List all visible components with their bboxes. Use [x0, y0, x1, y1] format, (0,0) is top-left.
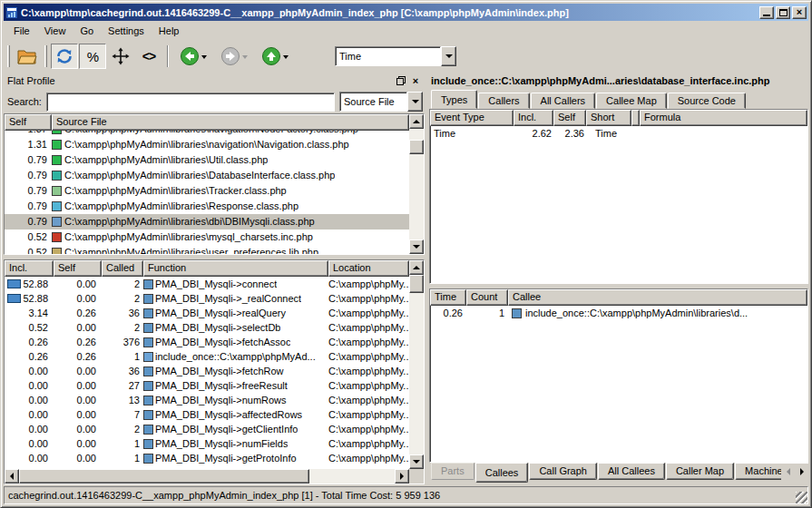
column-header-location[interactable]: Location: [328, 260, 409, 277]
dock-float-button[interactable]: [394, 74, 408, 88]
scroll-track[interactable]: [409, 154, 424, 239]
menu-item[interactable]: View: [37, 24, 73, 38]
toolbar-drag-handle[interactable]: [7, 45, 10, 67]
cycle-detection-button[interactable]: <>: [135, 44, 162, 69]
column-header-function[interactable]: Function: [143, 260, 328, 277]
tab[interactable]: Call Graph: [529, 463, 597, 480]
scroll-down-button[interactable]: [409, 239, 424, 254]
table-row[interactable]: 0.00 0.00 13 PMA_DBI_Mysqli->numRows C:\…: [5, 393, 409, 407]
table-row[interactable]: 0.79 C:\xampp\phpMyAdmin\libraries\Respo…: [5, 199, 409, 214]
expand-areas-button[interactable]: [107, 44, 134, 69]
resize-grip[interactable]: [796, 492, 807, 503]
column-header-incl[interactable]: Incl.: [514, 110, 553, 126]
toolbar-drag-handle[interactable]: [44, 45, 47, 67]
table-row[interactable]: 0.79 C:\xampp\phpMyAdmin\libraries\Datab…: [5, 168, 409, 183]
scroll-left-button[interactable]: [5, 469, 19, 484]
menu-item[interactable]: Help: [152, 24, 187, 38]
scroll-up-button[interactable]: [409, 114, 424, 129]
column-header-self[interactable]: Self: [553, 110, 586, 126]
search-input[interactable]: [46, 93, 335, 112]
column-header-self[interactable]: Self: [54, 260, 102, 277]
scroll-track[interactable]: [409, 129, 424, 140]
window-title: C:\xampp\tmp\cachegrind.out.1416463299-C…: [21, 7, 757, 18]
table-row[interactable]: 0.00 0.00 27 PMA_DBI_Mysqli->freeResult …: [5, 378, 409, 393]
table-row[interactable]: 52.88 0.00 2 PMA_DBI_Mysqli->_realConnec…: [5, 291, 409, 306]
table-row[interactable]: 0.52 C:\xampp\phpMyAdmin\libraries\mysql…: [5, 230, 409, 245]
column-header-short[interactable]: Short: [586, 110, 631, 126]
minimize-button[interactable]: [759, 6, 774, 19]
scroll-thumb[interactable]: [409, 275, 424, 293]
folder-open-icon: [17, 47, 37, 65]
close-button[interactable]: ×: [792, 6, 807, 19]
table-row[interactable]: 0.00 0.00 1 PMA_DBI_Mysqli->getProtoInfo…: [5, 451, 409, 465]
incl-cost-value: 0.00: [29, 364, 48, 378]
table-row[interactable]: 0.79 C:\xampp\phpMyAdmin\libraries\dbi\D…: [5, 214, 409, 230]
table-row[interactable]: 0.52 0.00 2 PMA_DBI_Mysqli->selectDb C:\…: [5, 320, 409, 335]
column-header-count[interactable]: Count: [466, 289, 508, 306]
menu-item[interactable]: Go: [73, 24, 101, 38]
scroll-thumb[interactable]: [409, 140, 424, 154]
tab[interactable]: Source Code: [668, 93, 746, 109]
menu-item[interactable]: Settings: [101, 24, 152, 38]
tab[interactable]: Types: [431, 90, 477, 109]
table-row[interactable]: 3.14 0.26 36 PMA_DBI_Mysqli->realQuery C…: [5, 306, 409, 320]
source-file-path: C:\xampp\phpMyAdmin\libraries\user_prefe…: [64, 245, 318, 254]
table-row[interactable]: 0.26 0.26 376 PMA_DBI_Mysqli->fetchAssoc…: [5, 335, 409, 349]
table-row[interactable]: 0.79 C:\xampp\phpMyAdmin\libraries\Track…: [5, 183, 409, 199]
table-row[interactable]: 0.00 0.00 36 PMA_DBI_Mysqli->fetchRow C:…: [5, 364, 409, 378]
tab[interactable]: All Callees: [598, 463, 665, 480]
tab-scroll-right-button[interactable]: [795, 464, 808, 480]
back-button[interactable]: [173, 44, 213, 69]
column-header-callee[interactable]: Callee: [508, 289, 807, 306]
column-header-called[interactable]: Called: [102, 260, 143, 277]
location-value: C:\xampp\phpMy...: [328, 393, 409, 407]
table-row[interactable]: Time 2.62 2.36 Time: [430, 126, 807, 142]
table-row[interactable]: 0.52 C:\xampp\phpMyAdmin\libraries\user_…: [5, 245, 409, 254]
table-row[interactable]: 0.26 1 include_once::C:\xampp\phpMyAdmin…: [430, 306, 807, 321]
maximize-button[interactable]: [776, 6, 790, 19]
force-dump-button[interactable]: [51, 44, 78, 69]
table-row[interactable]: 52.88 0.00 2 PMA_DBI_Mysqli->connect C:\…: [5, 277, 409, 291]
grouping-dropdown-button[interactable]: [407, 92, 423, 112]
function-name: PMA_DBI_Mysqli->getProtoInfo: [155, 451, 297, 465]
tab[interactable]: Caller Map: [666, 463, 734, 480]
scroll-right-button[interactable]: [395, 469, 409, 484]
scroll-track[interactable]: [309, 469, 395, 484]
table-row[interactable]: 0.79 C:\xampp\phpMyAdmin\libraries\Util.…: [5, 152, 409, 168]
relative-percent-toggle[interactable]: %: [79, 44, 106, 69]
menu-item[interactable]: File: [6, 24, 37, 38]
scroll-thumb[interactable]: [19, 469, 309, 484]
column-header-time[interactable]: Time: [430, 289, 466, 306]
grouping-selector[interactable]: Source File: [339, 92, 423, 112]
forward-button[interactable]: [214, 44, 254, 69]
table-row[interactable]: 1.37 C:\xampp\phpMyAdmin\libraries\navig…: [5, 131, 409, 137]
tab-scroll-left-button[interactable]: [781, 464, 795, 480]
table-row[interactable]: 0.26 0.26 1 include_once::C:\xampp\phpMy…: [5, 349, 409, 364]
dock-close-button[interactable]: ×: [408, 74, 423, 88]
event-type-dropdown-button[interactable]: [441, 46, 456, 66]
event-type-selector[interactable]: Time: [335, 46, 456, 66]
column-header-formula[interactable]: Formula: [640, 110, 807, 126]
table-row[interactable]: 0.00 0.00 2 PMA_DBI_Mysqli->getClientInf…: [5, 422, 409, 436]
tab[interactable]: Callees: [475, 463, 529, 483]
table-row[interactable]: 1.31 C:\xampp\phpMyAdmin\libraries\navig…: [5, 137, 409, 152]
tab[interactable]: All Callers: [531, 93, 596, 109]
types-table-header: Event Type Incl. Self Short Formula: [430, 110, 807, 126]
scroll-track[interactable]: [409, 293, 424, 454]
self-cost-value: 0.26: [54, 349, 102, 364]
column-header-self[interactable]: Self: [5, 114, 52, 131]
column-header-incl[interactable]: Incl.: [5, 260, 54, 277]
scroll-up-button[interactable]: [409, 260, 424, 275]
called-count-value: 7: [102, 407, 143, 422]
called-count-value: 2: [102, 291, 143, 306]
column-header-event-type[interactable]: Event Type: [430, 110, 514, 126]
table-row[interactable]: 0.00 0.00 1 PMA_DBI_Mysqli->numFields C:…: [5, 436, 409, 451]
open-file-button[interactable]: [14, 44, 41, 69]
tab[interactable]: Callers: [478, 93, 529, 109]
table-row[interactable]: 0.00 0.00 7 PMA_DBI_Mysqli->affectedRows…: [5, 407, 409, 422]
column-header-source-file[interactable]: Source File: [52, 114, 409, 131]
scroll-down-button[interactable]: [409, 454, 424, 469]
tab[interactable]: Callee Map: [596, 93, 667, 109]
up-button[interactable]: [255, 44, 295, 69]
tab[interactable]: Parts: [431, 463, 474, 480]
